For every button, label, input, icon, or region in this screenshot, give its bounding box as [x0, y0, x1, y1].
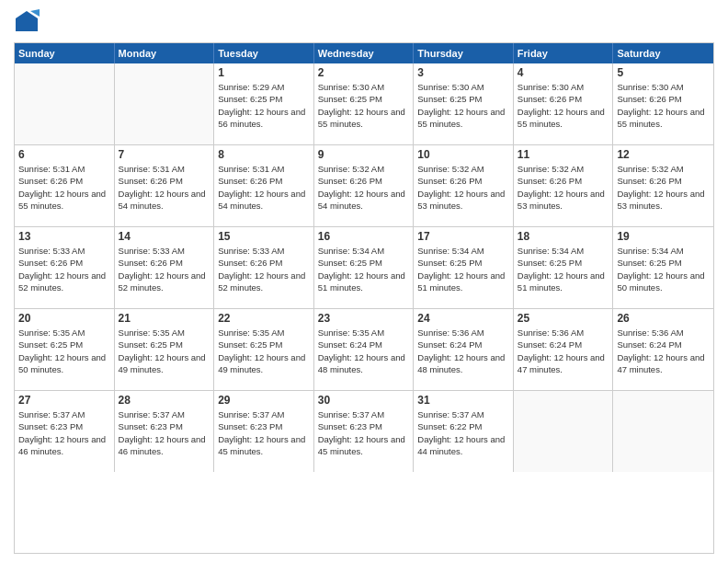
logo-icon — [14, 9, 40, 35]
cal-cell: 15Sunrise: 5:33 AMSunset: 6:26 PMDayligh… — [214, 227, 314, 308]
cal-cell: 1Sunrise: 5:29 AMSunset: 6:25 PMDaylight… — [214, 63, 314, 144]
cal-cell — [15, 63, 115, 144]
day-info: Sunrise: 5:33 AMSunset: 6:26 PMDaylight:… — [119, 245, 210, 293]
day-number: 21 — [119, 312, 210, 325]
day-info: Sunrise: 5:31 AMSunset: 6:26 PMDaylight:… — [18, 163, 110, 212]
header-day-sunday: Sunday — [15, 43, 115, 63]
day-info: Sunrise: 5:30 AMSunset: 6:25 PMDaylight:… — [417, 81, 509, 130]
day-number: 16 — [318, 230, 410, 243]
day-number: 20 — [18, 312, 110, 325]
calendar-header: SundayMondayTuesdayWednesdayThursdayFrid… — [15, 43, 713, 63]
cal-cell: 7Sunrise: 5:31 AMSunset: 6:26 PMDaylight… — [115, 145, 215, 226]
day-number: 12 — [617, 148, 710, 161]
day-number: 1 — [218, 66, 310, 79]
header-day-tuesday: Tuesday — [214, 43, 314, 63]
cal-cell: 18Sunrise: 5:34 AMSunset: 6:25 PMDayligh… — [514, 227, 614, 308]
day-number: 8 — [218, 148, 310, 161]
day-number: 24 — [417, 312, 509, 325]
header-day-monday: Monday — [115, 43, 215, 63]
cal-cell: 13Sunrise: 5:33 AMSunset: 6:26 PMDayligh… — [15, 227, 115, 308]
cal-cell: 9Sunrise: 5:32 AMSunset: 6:26 PMDaylight… — [314, 145, 415, 226]
day-number: 14 — [119, 230, 210, 243]
cal-cell: 20Sunrise: 5:35 AMSunset: 6:25 PMDayligh… — [15, 309, 115, 390]
day-info: Sunrise: 5:31 AMSunset: 6:26 PMDaylight:… — [218, 163, 310, 212]
day-number: 30 — [318, 394, 410, 407]
calendar-body: 1Sunrise: 5:29 AMSunset: 6:25 PMDaylight… — [15, 63, 713, 472]
cal-cell: 21Sunrise: 5:35 AMSunset: 6:25 PMDayligh… — [115, 309, 215, 390]
day-number: 10 — [417, 148, 509, 161]
day-number: 9 — [318, 148, 410, 161]
day-info: Sunrise: 5:37 AMSunset: 6:22 PMDaylight:… — [417, 408, 509, 457]
day-number: 7 — [119, 148, 210, 161]
day-info: Sunrise: 5:32 AMSunset: 6:26 PMDaylight:… — [318, 163, 410, 212]
day-info: Sunrise: 5:34 AMSunset: 6:25 PMDaylight:… — [617, 245, 710, 293]
cal-cell: 23Sunrise: 5:35 AMSunset: 6:24 PMDayligh… — [314, 309, 415, 390]
day-info: Sunrise: 5:30 AMSunset: 6:26 PMDaylight:… — [518, 81, 609, 130]
cal-cell: 6Sunrise: 5:31 AMSunset: 6:26 PMDaylight… — [15, 145, 115, 226]
day-number: 3 — [417, 66, 509, 79]
week-row-3: 13Sunrise: 5:33 AMSunset: 6:26 PMDayligh… — [15, 227, 713, 309]
cal-cell: 14Sunrise: 5:33 AMSunset: 6:26 PMDayligh… — [115, 227, 215, 308]
header-day-wednesday: Wednesday — [314, 43, 415, 63]
cal-cell: 4Sunrise: 5:30 AMSunset: 6:26 PMDaylight… — [514, 63, 614, 144]
day-info: Sunrise: 5:33 AMSunset: 6:26 PMDaylight:… — [18, 245, 110, 293]
cal-cell: 25Sunrise: 5:36 AMSunset: 6:24 PMDayligh… — [514, 309, 614, 390]
day-number: 27 — [18, 394, 110, 407]
day-info: Sunrise: 5:37 AMSunset: 6:23 PMDaylight:… — [18, 408, 110, 457]
day-info: Sunrise: 5:36 AMSunset: 6:24 PMDaylight:… — [518, 327, 609, 375]
day-number: 29 — [218, 394, 310, 407]
day-number: 11 — [518, 148, 609, 161]
header-day-friday: Friday — [514, 43, 614, 63]
day-number: 13 — [18, 230, 110, 243]
week-row-4: 20Sunrise: 5:35 AMSunset: 6:25 PMDayligh… — [15, 309, 713, 391]
day-info: Sunrise: 5:32 AMSunset: 6:26 PMDaylight:… — [518, 163, 609, 212]
cal-cell: 19Sunrise: 5:34 AMSunset: 6:25 PMDayligh… — [613, 227, 713, 308]
day-info: Sunrise: 5:34 AMSunset: 6:25 PMDaylight:… — [417, 245, 509, 293]
day-info: Sunrise: 5:36 AMSunset: 6:24 PMDaylight:… — [617, 327, 710, 375]
cal-cell: 10Sunrise: 5:32 AMSunset: 6:26 PMDayligh… — [414, 145, 514, 226]
cal-cell: 26Sunrise: 5:36 AMSunset: 6:24 PMDayligh… — [613, 309, 713, 390]
cal-cell: 31Sunrise: 5:37 AMSunset: 6:22 PMDayligh… — [414, 391, 514, 472]
day-info: Sunrise: 5:37 AMSunset: 6:23 PMDaylight:… — [119, 408, 210, 457]
day-number: 5 — [617, 66, 710, 79]
day-number: 28 — [119, 394, 210, 407]
calendar: SundayMondayTuesdayWednesdayThursdayFrid… — [14, 42, 714, 554]
svg-marker-0 — [16, 11, 38, 31]
logo — [14, 9, 43, 35]
cal-cell: 8Sunrise: 5:31 AMSunset: 6:26 PMDaylight… — [214, 145, 314, 226]
cal-cell — [514, 391, 614, 472]
cal-cell: 11Sunrise: 5:32 AMSunset: 6:26 PMDayligh… — [514, 145, 614, 226]
day-info: Sunrise: 5:36 AMSunset: 6:24 PMDaylight:… — [417, 327, 509, 375]
day-info: Sunrise: 5:34 AMSunset: 6:25 PMDaylight:… — [518, 245, 609, 293]
header-day-thursday: Thursday — [414, 43, 514, 63]
day-number: 4 — [518, 66, 609, 79]
day-info: Sunrise: 5:29 AMSunset: 6:25 PMDaylight:… — [218, 81, 310, 130]
cal-cell: 2Sunrise: 5:30 AMSunset: 6:25 PMDaylight… — [314, 63, 415, 144]
cal-cell: 12Sunrise: 5:32 AMSunset: 6:26 PMDayligh… — [613, 145, 713, 226]
cal-cell: 5Sunrise: 5:30 AMSunset: 6:26 PMDaylight… — [613, 63, 713, 144]
cal-cell: 3Sunrise: 5:30 AMSunset: 6:25 PMDaylight… — [414, 63, 514, 144]
cal-cell — [115, 63, 215, 144]
day-number: 6 — [18, 148, 110, 161]
day-info: Sunrise: 5:37 AMSunset: 6:23 PMDaylight:… — [318, 408, 410, 457]
day-info: Sunrise: 5:31 AMSunset: 6:26 PMDaylight:… — [119, 163, 210, 212]
day-info: Sunrise: 5:30 AMSunset: 6:25 PMDaylight:… — [318, 81, 410, 130]
day-number: 25 — [518, 312, 609, 325]
page: SundayMondayTuesdayWednesdayThursdayFrid… — [0, 0, 728, 563]
day-number: 18 — [518, 230, 609, 243]
cal-cell: 24Sunrise: 5:36 AMSunset: 6:24 PMDayligh… — [414, 309, 514, 390]
cal-cell: 17Sunrise: 5:34 AMSunset: 6:25 PMDayligh… — [414, 227, 514, 308]
header-day-saturday: Saturday — [613, 43, 713, 63]
cal-cell: 16Sunrise: 5:34 AMSunset: 6:25 PMDayligh… — [314, 227, 415, 308]
day-info: Sunrise: 5:35 AMSunset: 6:25 PMDaylight:… — [119, 327, 210, 375]
day-info: Sunrise: 5:35 AMSunset: 6:24 PMDaylight:… — [318, 327, 410, 375]
cal-cell: 22Sunrise: 5:35 AMSunset: 6:25 PMDayligh… — [214, 309, 314, 390]
day-number: 15 — [218, 230, 310, 243]
day-number: 19 — [617, 230, 710, 243]
week-row-2: 6Sunrise: 5:31 AMSunset: 6:26 PMDaylight… — [15, 145, 713, 227]
day-number: 26 — [617, 312, 710, 325]
day-info: Sunrise: 5:32 AMSunset: 6:26 PMDaylight:… — [417, 163, 509, 212]
day-info: Sunrise: 5:33 AMSunset: 6:26 PMDaylight:… — [218, 245, 310, 293]
day-info: Sunrise: 5:37 AMSunset: 6:23 PMDaylight:… — [218, 408, 310, 457]
day-info: Sunrise: 5:34 AMSunset: 6:25 PMDaylight:… — [318, 245, 410, 293]
